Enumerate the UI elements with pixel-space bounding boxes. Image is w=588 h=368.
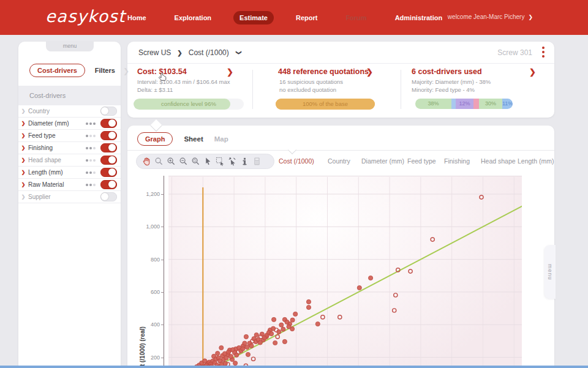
- chevron-right-icon[interactable]: ❯: [18, 157, 28, 163]
- quotation-point[interactable]: [281, 327, 285, 331]
- driver-toggle[interactable]: [100, 180, 117, 189]
- welcome-user[interactable]: welcome Jean-Marc Pichery❯: [448, 13, 533, 20]
- right-menu-tab[interactable]: menu: [545, 245, 556, 299]
- tab-cost-drivers[interactable]: Cost-drivers: [29, 64, 85, 77]
- breadcrumb-metric[interactable]: Cost (/1000): [189, 48, 229, 57]
- nav-item-exploration[interactable]: Exploration: [168, 11, 218, 24]
- suspicious-quotation-point[interactable]: [338, 315, 342, 319]
- suspicious-quotation-point[interactable]: [409, 269, 412, 273]
- chevron-right-icon[interactable]: ❯: [18, 145, 28, 151]
- cost-driver-row[interactable]: ❯ Head shape: [18, 154, 121, 167]
- nav-item-home[interactable]: Home: [121, 11, 153, 24]
- quotation-point[interactable]: [290, 318, 295, 322]
- chevron-right-icon[interactable]: ❯: [18, 121, 28, 126]
- sidebar-menu-tab[interactable]: menu: [46, 42, 94, 51]
- column-label[interactable]: Cost (/1000): [279, 157, 314, 165]
- quotation-point[interactable]: [315, 322, 320, 326]
- column-label[interactable]: Length (mm): [518, 157, 554, 165]
- driver-toggle[interactable]: [100, 107, 117, 116]
- quotation-point[interactable]: [273, 340, 277, 345]
- zoom-in-icon[interactable]: [166, 156, 176, 167]
- stat-drivers-title[interactable]: 6 cost-drivers used: [412, 67, 482, 76]
- quotation-point[interactable]: [241, 347, 245, 351]
- marquee-select-icon[interactable]: [215, 156, 225, 167]
- column-label[interactable]: Finishing: [444, 157, 470, 165]
- column-label[interactable]: Head shape: [481, 157, 516, 165]
- tab-filters[interactable]: Filters: [95, 67, 115, 74]
- quotation-point[interactable]: [216, 351, 220, 356]
- chevron-right-icon[interactable]: ❯: [366, 67, 373, 77]
- quotation-point[interactable]: [224, 356, 228, 360]
- column-label[interactable]: Feed type: [407, 157, 436, 165]
- quotation-point[interactable]: [293, 312, 298, 316]
- calculator-icon[interactable]: [252, 156, 262, 167]
- cost-driver-row[interactable]: ❯ Length (mm): [18, 167, 121, 179]
- quotation-point[interactable]: [235, 353, 239, 357]
- breadcrumb-item[interactable]: Screw US: [138, 48, 171, 57]
- column-label[interactable]: Country: [328, 157, 350, 165]
- chevron-right-icon[interactable]: ❯: [227, 67, 233, 77]
- quotation-point[interactable]: [279, 323, 284, 327]
- pointer-icon[interactable]: [203, 156, 213, 167]
- cost-driver-row[interactable]: ❯ Diameter (mm): [18, 118, 121, 130]
- cost-driver-row[interactable]: ❯ Finishing: [18, 142, 121, 154]
- chevron-right-icon[interactable]: ❯: [529, 67, 536, 77]
- chevron-down-icon[interactable]: ❯: [236, 50, 242, 55]
- quotation-point[interactable]: [272, 317, 276, 321]
- search-icon[interactable]: [154, 156, 164, 167]
- quotation-point[interactable]: [226, 350, 230, 354]
- quotation-point[interactable]: [270, 332, 274, 336]
- cost-driver-row[interactable]: ❯ Supplier: [18, 191, 121, 203]
- quotation-point[interactable]: [258, 340, 262, 345]
- panel-collapse-chevron-icon[interactable]: ❯: [123, 67, 129, 75]
- chevron-right-icon[interactable]: ❯: [18, 182, 28, 187]
- quotation-point[interactable]: [306, 299, 311, 304]
- quotation-point[interactable]: [249, 344, 254, 348]
- column-label[interactable]: Diameter (mm): [361, 157, 404, 165]
- quotation-point[interactable]: [285, 320, 289, 324]
- quotation-point[interactable]: [203, 359, 207, 363]
- quotation-point[interactable]: [228, 355, 233, 359]
- quotation-point[interactable]: [233, 361, 238, 366]
- chevron-right-icon[interactable]: ❯: [18, 133, 28, 138]
- breadcrumb[interactable]: Screw US ❯ Cost (/1000) ❯: [138, 42, 241, 64]
- driver-toggle[interactable]: [100, 143, 117, 152]
- quotation-point[interactable]: [282, 339, 287, 344]
- stat-quotations-title[interactable]: 448 reference quotations: [278, 67, 369, 76]
- transform-select-icon[interactable]: [227, 156, 238, 167]
- suspicious-quotation-point[interactable]: [252, 357, 255, 361]
- tab-graph[interactable]: Graph: [137, 132, 173, 146]
- driver-toggle[interactable]: [100, 119, 117, 128]
- suspicious-quotation-point[interactable]: [393, 309, 396, 312]
- tab-map[interactable]: Map: [214, 135, 228, 143]
- chevron-right-icon[interactable]: ❯: [18, 170, 28, 175]
- quotation-point[interactable]: [369, 276, 373, 280]
- kebab-menu-icon[interactable]: [542, 47, 545, 58]
- quotation-point[interactable]: [271, 326, 276, 331]
- scatter-plot[interactable]: Cost (/1000) (real) 2004006008001,0001,2…: [164, 176, 522, 368]
- pan-hand-icon[interactable]: [141, 156, 152, 167]
- chevron-right-icon[interactable]: ❯: [18, 194, 28, 200]
- driver-toggle[interactable]: [100, 192, 117, 201]
- driver-toggle[interactable]: [100, 168, 117, 177]
- nav-item-estimate[interactable]: Estimate: [233, 11, 274, 24]
- nav-item-report[interactable]: Report: [290, 11, 323, 24]
- suspicious-quotation-point[interactable]: [276, 335, 279, 339]
- quotation-point[interactable]: [245, 345, 249, 349]
- quotation-point[interactable]: [287, 325, 291, 329]
- quotation-point[interactable]: [246, 352, 250, 356]
- nav-item-forum[interactable]: Forum: [339, 11, 372, 24]
- quotation-point[interactable]: [306, 305, 311, 309]
- nav-item-administration[interactable]: Administration: [389, 11, 449, 24]
- quotation-point[interactable]: [244, 334, 248, 339]
- quotation-point[interactable]: [219, 345, 224, 350]
- driver-toggle[interactable]: [100, 156, 117, 165]
- quotation-point[interactable]: [277, 329, 281, 334]
- quotation-point[interactable]: [243, 341, 247, 345]
- suspicious-quotation-point[interactable]: [394, 293, 398, 297]
- cost-driver-row[interactable]: ❯ Feed type: [18, 130, 121, 142]
- suspicious-quotation-point[interactable]: [321, 315, 325, 319]
- quotation-point[interactable]: [357, 285, 361, 290]
- cost-driver-row[interactable]: ❯ Raw Material: [18, 179, 121, 191]
- zoom-selection-icon[interactable]: [190, 156, 201, 167]
